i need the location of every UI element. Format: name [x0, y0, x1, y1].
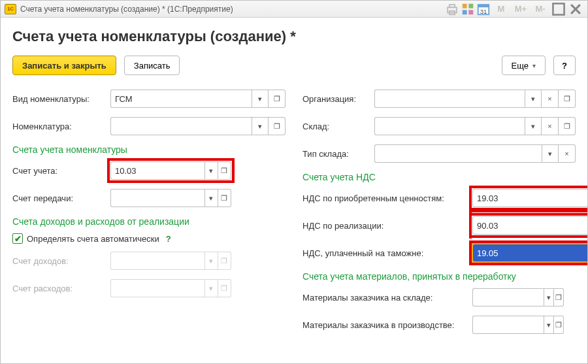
income-input: ▾ ❐	[110, 252, 231, 270]
materials-prod-field[interactable]	[472, 316, 544, 334]
row-vat-customs: НДС, уплаченный на таможне: ▾ ❐	[302, 244, 576, 262]
m-plus-button[interactable]: M+	[512, 3, 530, 16]
income-field	[110, 252, 204, 270]
row-expense: Счет расходов: ▾ ❐	[12, 279, 286, 297]
m-minus-button[interactable]: M-	[531, 3, 549, 16]
titlebar: 1С Счета учета номенклатуры (создание) *…	[1, 1, 587, 18]
open-icon[interactable]: ❐	[269, 90, 286, 108]
grid-icon[interactable]	[461, 3, 475, 16]
vat-sale-field[interactable]	[472, 216, 587, 235]
print-icon[interactable]	[445, 3, 459, 16]
warehouse-field[interactable]	[374, 117, 525, 135]
app-window: 1С Счета учета номенклатуры (создание) *…	[0, 0, 588, 364]
svg-rect-3	[463, 3, 467, 8]
expense-label: Счет расходов:	[12, 284, 110, 293]
group-accounts-title: Счета учета номенклатуры	[12, 144, 286, 155]
auto-accounts-row: ✔ Определять счета автоматически ?	[12, 233, 286, 244]
dropdown-icon[interactable]: ▾	[542, 144, 559, 163]
clear-icon[interactable]: ×	[542, 90, 559, 108]
app-icon: 1С	[5, 4, 16, 14]
open-icon[interactable]: ❐	[554, 316, 564, 334]
save-close-button[interactable]: Записать и закрыть	[12, 56, 116, 75]
save-button[interactable]: Записать	[124, 56, 180, 75]
open-icon[interactable]: ❐	[218, 161, 231, 180]
dropdown-icon[interactable]: ▾	[544, 288, 554, 306]
more-button[interactable]: Еще	[502, 56, 546, 75]
expense-input: ▾ ❐	[110, 279, 231, 297]
row-transfer-account: Счет передачи: ▾ ❐	[12, 189, 286, 207]
dropdown-icon[interactable]: ▾	[252, 117, 269, 135]
vat-sale-input: ▾ ❐	[472, 216, 587, 235]
materials-store-label: Материалы заказчика на складе:	[302, 293, 472, 303]
open-icon: ❐	[218, 252, 231, 270]
materials-prod-label: Материалы заказчика в производстве:	[302, 320, 472, 330]
row-nomenclature-type: Вид номенклатуры: ▾ ❐	[12, 90, 286, 108]
materials-store-field[interactable]	[472, 288, 544, 306]
row-vat-purchase: НДС по приобретенным ценностям: ▾ ❐	[302, 189, 576, 207]
svg-rect-4	[468, 3, 473, 8]
organization-input: ▾ × ❐	[374, 90, 576, 108]
svg-rect-1	[449, 5, 455, 7]
svg-rect-6	[468, 10, 473, 14]
transfer-account-label: Счет передачи:	[12, 193, 110, 203]
account-input: ▾ ❐	[110, 161, 231, 180]
open-icon[interactable]: ❐	[554, 288, 564, 306]
calendar-icon[interactable]: 31	[476, 3, 491, 16]
row-account: Счет учета: ▾ ❐	[12, 161, 286, 180]
svg-rect-8	[478, 5, 489, 7]
nomenclature-type-field[interactable]	[110, 90, 252, 108]
m-button[interactable]: M	[492, 3, 510, 16]
dropdown-icon[interactable]: ▾	[544, 316, 554, 334]
left-column: Вид номенклатуры: ▾ ❐ Номенклатура: ▾ ❐	[12, 90, 286, 343]
dropdown-icon[interactable]: ▾	[525, 117, 542, 135]
materials-prod-input: ▾ ❐	[472, 316, 564, 334]
auto-accounts-checkbox[interactable]: ✔	[12, 233, 23, 244]
clear-icon[interactable]: ×	[559, 144, 576, 163]
nomenclature-type-input: ▾ ❐	[110, 90, 286, 108]
vat-customs-label: НДС, уплаченный на таможне:	[302, 248, 472, 258]
svg-rect-10	[553, 3, 564, 14]
svg-text:31: 31	[480, 7, 487, 14]
expense-field	[110, 279, 204, 297]
dropdown-icon[interactable]: ▾	[525, 90, 542, 108]
open-icon[interactable]: ❐	[559, 117, 576, 135]
row-vat-sale: НДС по реализации: ▾ ❐	[302, 216, 576, 235]
maximize-button[interactable]	[551, 3, 566, 16]
organization-label: Организация:	[302, 94, 374, 104]
income-label: Счет доходов:	[12, 256, 110, 266]
row-warehouse-type: Тип склада: ▾ ×	[302, 144, 576, 163]
vat-customs-input: ▾ ❐	[472, 244, 587, 262]
dropdown-icon[interactable]: ▾	[204, 189, 218, 207]
row-organization: Организация: ▾ × ❐	[302, 90, 576, 108]
group-income-expense-title: Счета доходов и расходов от реализации	[12, 216, 286, 227]
help-button[interactable]: ?	[553, 56, 576, 75]
warehouse-type-field[interactable]	[374, 144, 542, 163]
account-label: Счет учета:	[12, 166, 110, 176]
open-icon[interactable]: ❐	[559, 90, 576, 108]
transfer-account-field[interactable]	[110, 189, 204, 207]
clear-icon[interactable]: ×	[542, 117, 559, 135]
materials-store-input: ▾ ❐	[472, 288, 564, 306]
right-column: Организация: ▾ × ❐ Склад: ▾ × ❐	[302, 90, 576, 343]
svg-rect-5	[463, 10, 467, 14]
open-icon[interactable]: ❐	[218, 189, 231, 207]
dropdown-icon[interactable]: ▾	[204, 161, 218, 180]
warehouse-label: Склад:	[302, 122, 374, 131]
open-icon[interactable]: ❐	[269, 117, 286, 135]
close-button[interactable]	[568, 3, 583, 16]
row-nomenclature: Номенклатура: ▾ ❐	[12, 117, 286, 135]
command-bar: Записать и закрыть Записать Еще ?	[12, 56, 576, 75]
warehouse-type-label: Тип склада:	[302, 149, 374, 159]
nomenclature-field[interactable]	[110, 117, 252, 135]
vat-customs-field[interactable]	[472, 244, 587, 262]
vat-sale-label: НДС по реализации:	[302, 221, 472, 231]
row-warehouse: Склад: ▾ × ❐	[302, 117, 576, 135]
account-field[interactable]	[110, 161, 204, 180]
nomenclature-input: ▾ ❐	[110, 117, 286, 135]
nomenclature-type-label: Вид номенклатуры:	[12, 94, 110, 104]
group-materials-title: Счета учета материалов, принятых в перер…	[302, 271, 576, 282]
organization-field[interactable]	[374, 90, 525, 108]
vat-purchase-field[interactable]	[472, 189, 587, 207]
auto-accounts-help-icon[interactable]: ?	[166, 234, 171, 244]
dropdown-icon[interactable]: ▾	[252, 90, 269, 108]
